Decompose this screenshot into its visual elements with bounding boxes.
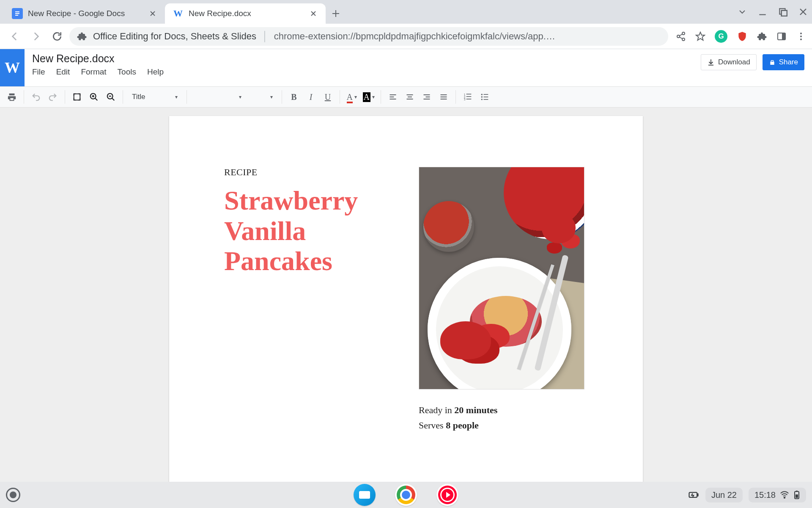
svg-text:3: 3: [464, 98, 466, 101]
svg-point-27: [800, 39, 802, 40]
files-app-icon[interactable]: [354, 484, 376, 506]
app-logo: W: [0, 49, 25, 86]
extension-puzzle-icon: [77, 31, 87, 41]
svg-rect-54: [466, 96, 472, 97]
zoom-out-button[interactable]: [103, 89, 118, 105]
toolbar-separator: [24, 90, 24, 104]
nav-forward-button[interactable]: [27, 28, 45, 45]
svg-line-20: [680, 37, 683, 39]
nav-back-button[interactable]: [6, 28, 24, 45]
bulleted-list-button[interactable]: [477, 89, 492, 105]
tab-google-docs[interactable]: New Recipe - Google Docs: [4, 3, 165, 24]
toolbar-separator: [123, 90, 123, 104]
tab-close-button[interactable]: [309, 9, 318, 18]
grammarly-icon[interactable]: G: [715, 30, 727, 43]
extensions-puzzle-icon[interactable]: [757, 31, 767, 41]
svg-rect-24: [782, 33, 785, 40]
nav-reload-button[interactable]: [48, 28, 66, 45]
undo-button[interactable]: [28, 89, 44, 105]
svg-point-57: [481, 96, 483, 97]
word-docx-icon: W: [173, 8, 184, 19]
toolbar-separator: [455, 90, 456, 104]
window-close-button[interactable]: [798, 7, 808, 17]
zoom-in-button[interactable]: [86, 89, 102, 105]
ready-in-row: Ready in 20 minutes: [419, 405, 588, 416]
align-right-button[interactable]: [419, 89, 434, 105]
svg-rect-59: [484, 94, 488, 95]
app-header: W New Recipe.docx File Edit Format Tools…: [0, 49, 812, 86]
document-canvas[interactable]: RECIPE Strawberry Vanilla Pancakes: [0, 108, 812, 482]
font-family-select[interactable]: ▾: [191, 90, 246, 104]
tab-close-button[interactable]: [148, 9, 157, 18]
minimize-button[interactable]: [758, 7, 767, 17]
numbered-list-button[interactable]: 123: [460, 89, 475, 105]
svg-point-25: [800, 33, 802, 34]
battery-charging-icon: [688, 489, 700, 501]
wifi-icon: [780, 490, 789, 500]
svg-rect-66: [796, 491, 798, 492]
align-center-button[interactable]: [402, 89, 417, 105]
fit-page-button[interactable]: [69, 89, 85, 105]
menu-help[interactable]: Help: [147, 67, 164, 77]
ready-in-label: Ready in: [419, 405, 454, 415]
bookmark-star-icon[interactable]: [695, 31, 705, 41]
share-icon[interactable]: [676, 31, 686, 41]
new-tab-button[interactable]: [327, 5, 344, 22]
google-docs-icon: [12, 8, 23, 19]
launcher-button[interactable]: [6, 488, 20, 502]
omnibox-extension-label: Office Editing for Docs, Sheets & Slides: [93, 31, 256, 42]
recipe-hero-image[interactable]: [419, 167, 584, 389]
align-left-button[interactable]: [385, 89, 401, 105]
tabs-dropdown-icon[interactable]: [738, 7, 747, 17]
youtube-music-icon[interactable]: [436, 484, 458, 506]
italic-button[interactable]: I: [303, 89, 318, 105]
font-size-select[interactable]: ▾: [248, 90, 277, 104]
ready-in-value: 20 minutes: [454, 405, 497, 415]
menu-file[interactable]: File: [32, 67, 45, 77]
download-label: Download: [718, 58, 750, 66]
menu-tools[interactable]: Tools: [118, 67, 136, 77]
recipe-title[interactable]: Strawberry Vanilla Pancakes: [224, 185, 402, 276]
align-justify-button[interactable]: [436, 89, 451, 105]
maximize-button[interactable]: [778, 7, 787, 17]
formatting-toolbar: Title▾ ▾ ▾ B I U A ▾ A ▾ 123: [0, 86, 812, 108]
serves-value: 8 people: [446, 420, 479, 431]
tab-word-docx[interactable]: W New Recipe.docx: [165, 3, 326, 24]
omnibox[interactable]: Office Editing for Docs, Sheets & Slides…: [69, 27, 668, 46]
svg-line-32: [95, 98, 98, 101]
chevron-down-icon: ▾: [354, 94, 357, 100]
redo-button[interactable]: [45, 89, 60, 105]
bold-button[interactable]: B: [286, 89, 302, 105]
svg-rect-1: [15, 11, 19, 12]
shelf-time: 15:18: [754, 490, 776, 500]
menu-format[interactable]: Format: [81, 67, 106, 77]
chrome-app-icon[interactable]: [395, 484, 417, 506]
tab-title: New Recipe.docx: [189, 9, 251, 18]
share-button[interactable]: Share: [763, 54, 804, 70]
shelf-time-pill[interactable]: 15:18: [749, 488, 806, 502]
svg-point-26: [800, 36, 802, 37]
toolbar-separator: [282, 90, 282, 104]
svg-marker-21: [696, 32, 705, 40]
document-page[interactable]: RECIPE Strawberry Vanilla Pancakes: [169, 116, 643, 482]
paragraph-style-select[interactable]: Title▾: [127, 90, 182, 104]
download-button[interactable]: Download: [701, 54, 757, 70]
document-title[interactable]: New Recipe.docx: [32, 52, 164, 65]
shelf-status-area[interactable]: Jun 22 15:18: [688, 488, 806, 502]
adblock-shield-icon[interactable]: [737, 31, 748, 42]
side-panel-icon[interactable]: [776, 31, 787, 41]
highlight-color-button[interactable]: A ▾: [361, 89, 376, 105]
toolbar-separator: [340, 90, 340, 104]
kebab-menu-icon[interactable]: [796, 31, 806, 41]
underline-button[interactable]: U: [320, 89, 335, 105]
svg-rect-55: [466, 99, 472, 99]
svg-rect-30: [74, 94, 80, 100]
serves-row: Serves 8 people: [419, 420, 588, 431]
svg-point-64: [784, 497, 785, 498]
menu-edit[interactable]: Edit: [56, 67, 70, 77]
text-color-button[interactable]: A ▾: [344, 89, 359, 105]
chevron-down-icon: ▾: [239, 94, 241, 100]
print-button[interactable]: [4, 89, 19, 105]
svg-point-16: [682, 32, 685, 35]
shelf-date-pill[interactable]: Jun 22: [705, 488, 743, 502]
